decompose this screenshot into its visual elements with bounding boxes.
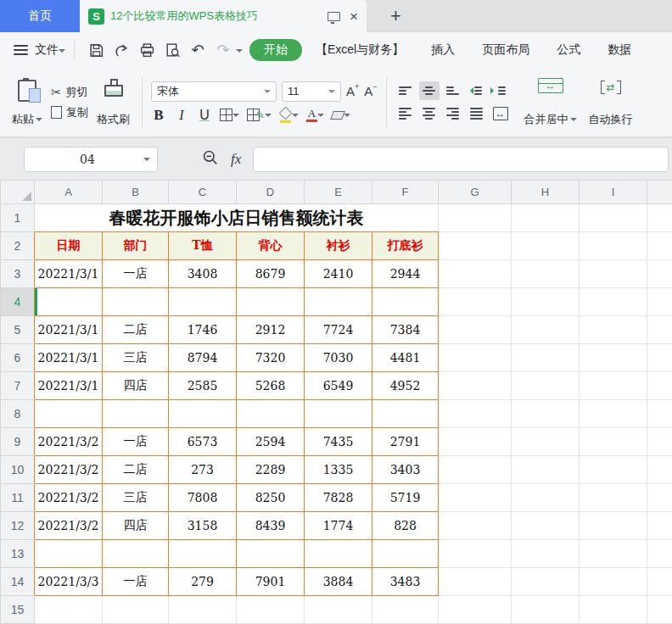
column-header-b[interactable]: B xyxy=(103,181,169,204)
cell[interactable] xyxy=(439,288,512,316)
column-header-h[interactable]: H xyxy=(512,181,580,204)
cell[interactable] xyxy=(647,288,672,316)
bold-button[interactable]: B xyxy=(151,107,166,124)
cell[interactable] xyxy=(103,400,169,428)
cell[interactable]: 6573 xyxy=(169,428,237,456)
cell[interactable] xyxy=(439,596,512,624)
sheet-title-cell[interactable]: 春暖花开服饰小店日销售额统计表 xyxy=(35,204,439,232)
cell[interactable] xyxy=(512,204,580,232)
cell[interactable] xyxy=(372,540,439,568)
wrap-text-button[interactable]: ⇄ 自动换行 xyxy=(585,76,636,129)
cell[interactable] xyxy=(647,456,672,484)
cell[interactable]: 4481 xyxy=(372,344,439,372)
cell[interactable] xyxy=(439,344,512,372)
menu-insert[interactable]: 插入 xyxy=(431,42,455,58)
cell[interactable]: 三店 xyxy=(103,344,169,372)
row-header[interactable]: 1 xyxy=(1,204,35,232)
row-header[interactable]: 11 xyxy=(1,484,35,512)
cell[interactable]: 20221/3/3 xyxy=(35,568,103,596)
cell[interactable] xyxy=(305,540,372,568)
cell[interactable] xyxy=(580,288,647,316)
cell[interactable] xyxy=(439,232,512,260)
column-header-c[interactable]: C xyxy=(169,181,237,204)
cell[interactable] xyxy=(439,484,512,512)
cell[interactable]: 20221/3/1 xyxy=(35,344,103,372)
cell[interactable] xyxy=(647,344,672,372)
cell[interactable]: 7828 xyxy=(305,484,372,512)
cell[interactable] xyxy=(237,288,305,316)
font-color-button[interactable]: A xyxy=(306,108,324,122)
cell[interactable]: 828 xyxy=(372,512,439,540)
cell[interactable] xyxy=(103,540,169,568)
menu-data[interactable]: 数据 xyxy=(608,42,631,58)
copy-button[interactable]: 复制 xyxy=(51,105,88,120)
cell[interactable]: 8250 xyxy=(237,484,305,512)
cell[interactable]: 3884 xyxy=(305,568,372,596)
cell[interactable] xyxy=(439,400,512,428)
cell[interactable]: 5719 xyxy=(372,484,439,512)
column-header-i[interactable]: I xyxy=(580,181,647,204)
cell[interactable]: 5268 xyxy=(237,372,305,400)
justify-button[interactable] xyxy=(467,104,487,123)
cell[interactable] xyxy=(580,596,647,624)
cell[interactable] xyxy=(647,204,672,232)
cell[interactable]: 2585 xyxy=(169,372,237,400)
underline-button[interactable]: U xyxy=(197,108,212,123)
cell[interactable]: 2944 xyxy=(372,260,439,288)
cell[interactable]: 2289 xyxy=(237,456,305,484)
cell[interactable] xyxy=(439,540,512,568)
row-header[interactable]: 9 xyxy=(1,428,35,456)
row-header[interactable]: 10 xyxy=(1,456,35,484)
cell[interactable] xyxy=(305,288,372,316)
row-header[interactable]: 6 xyxy=(1,344,35,372)
zoom-out-icon[interactable] xyxy=(202,149,219,170)
row-header[interactable]: 5 xyxy=(1,316,35,344)
cell[interactable]: 1774 xyxy=(305,512,372,540)
fill-color-button[interactable] xyxy=(279,107,299,123)
cell[interactable]: 20221/3/1 xyxy=(35,372,103,400)
column-header-d[interactable]: D xyxy=(237,181,305,204)
decrease-font-button[interactable]: A− xyxy=(364,84,377,98)
cell[interactable] xyxy=(439,428,512,456)
new-tab-button[interactable]: + xyxy=(390,0,401,32)
align-top-button[interactable] xyxy=(395,81,416,100)
cell[interactable] xyxy=(647,484,672,512)
menu-page-layout[interactable]: 页面布局 xyxy=(482,42,529,58)
cell[interactable] xyxy=(512,344,580,372)
cell[interactable] xyxy=(439,372,512,400)
cell[interactable]: 一店 xyxy=(103,260,169,288)
cell[interactable]: 20221/3/2 xyxy=(35,456,103,484)
cell[interactable] xyxy=(169,400,237,428)
row-header[interactable]: 12 xyxy=(1,512,35,540)
menu-excel-finance[interactable]: 【Excel与财务】 xyxy=(316,42,404,58)
formula-input[interactable] xyxy=(253,147,669,172)
paste-button[interactable]: 粘贴 xyxy=(8,76,46,129)
cell[interactable] xyxy=(580,344,647,372)
fx-icon[interactable]: fx xyxy=(231,151,241,168)
cell[interactable] xyxy=(580,316,647,344)
cell[interactable] xyxy=(512,484,580,512)
row-header[interactable]: 3 xyxy=(1,260,35,288)
cell[interactable]: 7724 xyxy=(305,316,372,344)
format-painter-button[interactable]: 格式刷 xyxy=(93,76,133,129)
cell[interactable]: 3408 xyxy=(169,260,237,288)
select-all-corner[interactable] xyxy=(1,181,35,204)
cell[interactable] xyxy=(580,512,647,540)
cell[interactable]: 一店 xyxy=(103,568,169,596)
cell[interactable] xyxy=(647,596,672,624)
cell[interactable]: 8439 xyxy=(237,512,305,540)
cell[interactable] xyxy=(647,512,672,540)
header-cell[interactable]: T恤 xyxy=(169,232,237,260)
cell[interactable] xyxy=(647,568,672,596)
cell[interactable] xyxy=(512,232,580,260)
cell[interactable]: 3403 xyxy=(372,456,439,484)
align-middle-button[interactable] xyxy=(419,81,440,100)
name-box[interactable]: 04 xyxy=(24,147,158,172)
save-icon[interactable] xyxy=(85,39,107,61)
cell[interactable] xyxy=(512,372,580,400)
tab-home[interactable]: 首页 xyxy=(0,0,80,32)
cell[interactable]: 1746 xyxy=(169,316,237,344)
header-cell[interactable]: 打底衫 xyxy=(372,232,439,260)
cell[interactable]: 2912 xyxy=(237,316,305,344)
cell[interactable] xyxy=(580,372,647,400)
